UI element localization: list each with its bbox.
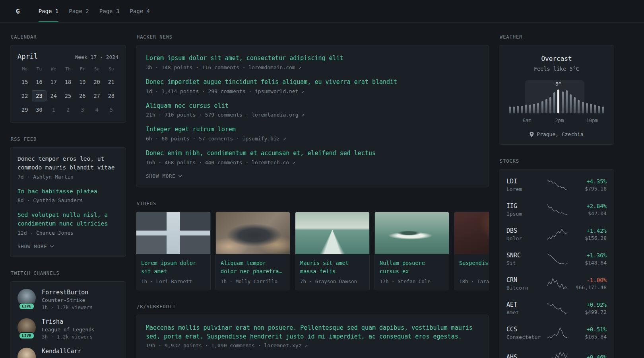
stock-row[interactable]: CRN Bitcorn -1.00% $66,171.48 xyxy=(506,271,607,296)
stock-change: +0.92% xyxy=(572,302,607,308)
hn-item-link[interactable]: Donec enim nibh, condimentum et accumsan… xyxy=(146,149,479,158)
show-more-label: SHOW MORE xyxy=(17,243,47,249)
app-logo[interactable]: G xyxy=(16,8,20,15)
video-thumbnail[interactable] xyxy=(295,212,369,254)
calendar-card: April Week 17 · 2024 Mo Tu We Th Fr Sa S… xyxy=(10,45,126,123)
video-card[interactable]: Mauris sit amet massa felis 7h · Grayson… xyxy=(295,212,370,290)
channel-avatar xyxy=(17,348,36,358)
videos-section-title: VIDEOS xyxy=(137,201,489,206)
video-title-link[interactable]: Nullam posuere cursus ex xyxy=(380,259,444,276)
stock-symbol: IIG xyxy=(506,202,543,210)
rss-item-link[interactable]: In hac habitasse platea xyxy=(17,187,118,196)
subreddit-section-title: /R/SUBREDDIT xyxy=(137,304,489,309)
calendar-day: 29 xyxy=(17,104,32,115)
channel-info: KendallCarr xyxy=(42,348,81,355)
hn-domain-link[interactable]: loremtech.co xyxy=(252,160,289,165)
hn-meta-text: 21h · 710 points · 579 comments · xyxy=(146,112,252,118)
weather-bar xyxy=(509,107,511,113)
video-thumbnail[interactable] xyxy=(454,212,489,254)
rss-show-more-button[interactable]: SHOW MORE xyxy=(17,243,118,249)
tab-page-3[interactable]: Page 3 xyxy=(94,0,125,22)
weather-bar xyxy=(521,106,523,113)
hn-domain-link[interactable]: loremlandia.org xyxy=(252,112,298,118)
calendar-day: 21 xyxy=(104,76,118,88)
hn-domain-link[interactable]: ipsumworld.net xyxy=(255,88,299,94)
channel-avatar: LIVE xyxy=(17,289,36,307)
reddit-post-link[interactable]: Maecenas mollis pulvinar erat non posuer… xyxy=(146,324,479,341)
video-card[interactable]: Lorem ipsum dolor sit amet consectetu… 1… xyxy=(136,212,211,290)
video-card[interactable]: Nullam posuere cursus ex 17h · Stefan Co… xyxy=(374,212,449,290)
calendar-day: 20 xyxy=(89,76,104,88)
weather-card: Overcast Feels like 5°C 9° 6am 2pm 10pm … xyxy=(499,45,614,145)
hn-item-meta: 21h · 710 points · 579 comments · loreml… xyxy=(146,112,479,118)
videos-widget: VIDEOS Lorem ipsum dolor sit amet consec… xyxy=(136,201,489,290)
twitch-channel[interactable]: LIVE Trisha League of Legends 3h · 1.2k … xyxy=(17,318,118,340)
hn-item-link[interactable]: Integer eget rutrum lorem xyxy=(146,125,479,134)
stock-symbol: CCS xyxy=(506,326,543,333)
stock-sparkline xyxy=(547,350,568,358)
stock-row[interactable]: IIG Ipsum +2.84% $42.04 xyxy=(506,197,607,222)
calendar-day: 22 xyxy=(17,90,32,101)
stock-row[interactable]: AHS +0.46% xyxy=(506,345,607,358)
top-bar: G Page 1 Page 2 Page 3 Page 4 xyxy=(0,0,644,23)
stock-price: $148.64 xyxy=(572,260,607,266)
video-thumbnail[interactable] xyxy=(136,212,210,254)
hn-domain-link[interactable]: loremdomain.com xyxy=(248,64,295,70)
stock-change: +2.84% xyxy=(572,203,607,209)
weather-chart: 9° xyxy=(509,90,604,113)
tab-page-1[interactable]: Page 1 xyxy=(33,0,64,22)
stock-price: $165.84 xyxy=(572,334,607,340)
weather-bar xyxy=(594,105,596,113)
stock-row[interactable]: CCS Consectetur +0.51% $165.84 xyxy=(506,321,607,345)
stock-values: +0.92% $499.72 xyxy=(572,302,607,315)
video-thumbnail[interactable] xyxy=(216,212,290,254)
weather-bar xyxy=(541,101,543,113)
reddit-domain-link[interactable]: loremnet.xyz xyxy=(264,342,301,348)
calendar-day-next-month: 3 xyxy=(75,104,89,115)
video-title-link[interactable]: Lorem ipsum dolor sit amet consectetu… xyxy=(141,259,206,276)
tab-page-4[interactable]: Page 4 xyxy=(124,0,155,22)
stock-row[interactable]: DBS Dolor +1.42% $156.28 xyxy=(506,222,607,247)
tab-page-2[interactable]: Page 2 xyxy=(64,0,94,22)
channel-info: Trisha League of Legends 3h · 1.2k viewe… xyxy=(42,318,95,340)
hn-meta-text: 6h · 60 points · 57 comments · xyxy=(146,136,242,142)
hn-domain-link[interactable]: ipsumify.biz xyxy=(242,136,280,142)
subreddit-widget: /R/SUBREDDIT Maecenas mollis pulvinar er… xyxy=(136,304,489,358)
stock-sparkline xyxy=(547,326,568,340)
stock-row[interactable]: SNRC Sit +1.36% $148.64 xyxy=(506,247,607,271)
weather-location: Prague, Czechia xyxy=(507,131,606,137)
stock-price: $499.72 xyxy=(572,309,607,315)
calendar-grid: Mo Tu We Th Fr Sa Su 15 16 17 18 19 20 2… xyxy=(17,66,118,115)
channel-name: Trisha xyxy=(42,318,95,325)
video-title-link[interactable]: Mauris sit amet massa felis xyxy=(300,259,365,276)
stock-values: +1.42% $156.28 xyxy=(572,228,607,241)
reddit-post: Maecenas mollis pulvinar erat non posuer… xyxy=(146,324,479,349)
video-card[interactable]: Aliquam tempor dolor nec pharetra… 1h · … xyxy=(215,212,290,290)
hour-label: 2pm xyxy=(555,118,564,123)
calendar-day: 28 xyxy=(104,90,118,101)
hn-item-link[interactable]: Donec imperdiet augue tincidunt felis al… xyxy=(146,78,479,87)
video-card[interactable]: Suspendisse diam 18h · Tara xyxy=(454,212,489,290)
video-title-link[interactable]: Suspendisse diam xyxy=(459,259,489,276)
stock-row[interactable]: AET Amet +0.92% $499.72 xyxy=(506,296,607,321)
video-thumbnail[interactable] xyxy=(375,212,449,254)
video-meta: 18h · Tara xyxy=(459,278,489,284)
twitch-widget: TWITCH CHANNELS LIVE ForrestBurton Count… xyxy=(10,270,126,358)
subreddit-card: Maecenas mollis pulvinar erat non posuer… xyxy=(136,315,489,358)
hacker-news-card: Lorem ipsum dolor sit amet, consectetur … xyxy=(136,45,489,187)
hn-show-more-button[interactable]: SHOW MORE xyxy=(146,173,479,179)
stock-values: +0.51% $165.84 xyxy=(572,326,607,340)
twitch-channel[interactable]: KendallCarr xyxy=(17,348,118,358)
stock-row[interactable]: LDI Lorem +4.35% $795.18 xyxy=(506,173,607,197)
channel-category: League of Legends xyxy=(42,327,95,333)
hn-item-link[interactable]: Aliquam nec cursus elit xyxy=(146,102,479,111)
stock-values: -1.00% $66,171.48 xyxy=(572,277,607,290)
rss-item-link[interactable]: Sed volutpat nulla nisl, a condimentum n… xyxy=(17,211,118,228)
stock-values: +4.35% $795.18 xyxy=(572,178,607,192)
twitch-channel[interactable]: LIVE ForrestBurton Counter-Strike 1h · 1… xyxy=(17,289,118,310)
rss-item-link[interactable]: Donec tempor eros leo, ut commodo mauris… xyxy=(17,155,118,172)
video-title-link[interactable]: Aliquam tempor dolor nec pharetra… xyxy=(221,259,285,276)
hn-item-link[interactable]: Lorem ipsum dolor sit amet, consectetur … xyxy=(146,54,479,63)
weather-condition: Overcast xyxy=(507,55,606,62)
stock-sparkline xyxy=(547,252,568,266)
